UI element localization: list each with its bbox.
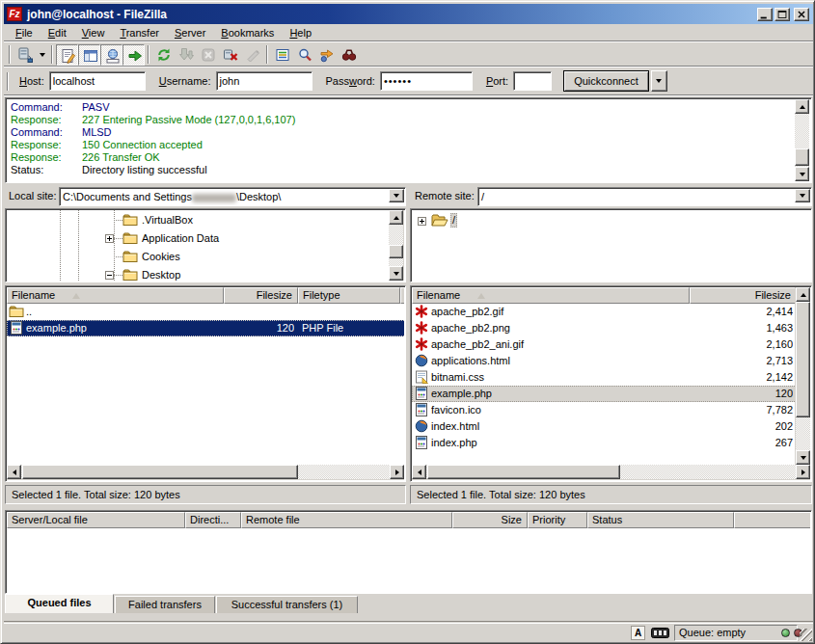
menu-transfer[interactable]: Transfer <box>112 25 167 40</box>
local-list-hscrollbar[interactable] <box>7 465 404 480</box>
local-site-combo[interactable]: C:\Documents and Settings\Desktop\ <box>59 187 406 206</box>
scrollbar-thumb[interactable] <box>427 465 620 479</box>
queue-column-priority[interactable]: Priority <box>528 512 587 528</box>
toggle-message-log-button[interactable] <box>56 44 78 66</box>
scroll-left-button[interactable] <box>7 465 21 479</box>
tree-item-virtualbox[interactable]: .VirtualBox <box>140 213 195 228</box>
left-arrow-icon <box>10 470 16 475</box>
file-row[interactable]: index.html 202 <box>412 418 797 435</box>
queue-column-direction[interactable]: Directi... <box>185 512 241 528</box>
column-header-filetype[interactable]: Filetype <box>298 287 400 304</box>
scroll-down-button[interactable] <box>796 450 810 465</box>
scrollbar-thumb[interactable] <box>389 245 403 258</box>
minimize-button[interactable] <box>757 8 773 21</box>
menu-help[interactable]: Help <box>282 25 319 40</box>
file-row[interactable]: favicon.ico 7,782 <box>412 402 797 418</box>
toggle-local-tree-button[interactable] <box>78 44 100 66</box>
close-button[interactable] <box>794 8 809 21</box>
column-header-filename[interactable]: Filename <box>412 287 690 304</box>
file-row-parent-dir[interactable]: .. <box>7 304 404 320</box>
tab-successful-transfers[interactable]: Successful transfers (1) <box>216 596 358 613</box>
expander-plus-icon[interactable] <box>105 234 114 243</box>
compare-directories-button[interactable] <box>293 44 315 66</box>
disconnect-button[interactable] <box>219 44 241 66</box>
toggle-queue-button[interactable] <box>122 44 145 66</box>
title-bar[interactable]: Fz john@localhost - FileZilla <box>4 4 813 24</box>
menu-file[interactable]: File <box>8 25 41 40</box>
queue-column-size[interactable]: Size <box>452 512 528 528</box>
column-header-filesize[interactable]: Filesize <box>224 287 298 304</box>
file-row[interactable]: apache_pb2_ani.gif 2,160 <box>412 336 797 353</box>
file-row[interactable]: applications.html 2,713 <box>412 353 797 369</box>
column-header-filename[interactable]: Filename <box>7 287 224 304</box>
scrollbar-thumb[interactable] <box>22 465 298 479</box>
log-line: Response:150 Connection accepted <box>11 139 806 151</box>
scroll-up-button[interactable] <box>389 210 403 225</box>
menu-server[interactable]: Server <box>167 25 213 40</box>
quickconnect-dropdown[interactable] <box>651 70 667 92</box>
tree-item-cookies[interactable]: Cookies <box>140 250 182 264</box>
queue-column-remote-file[interactable]: Remote file <box>241 512 452 528</box>
find-files-button[interactable] <box>338 44 360 66</box>
scrollbar-thumb[interactable] <box>795 148 809 166</box>
port-input[interactable] <box>513 71 552 91</box>
queue-column-server-local[interactable]: Server/Local file <box>7 512 185 528</box>
scroll-right-button[interactable] <box>390 465 404 479</box>
synchronized-browsing-button[interactable] <box>315 44 338 66</box>
remote-path-field[interactable]: / <box>477 187 812 206</box>
tree-item-application-data[interactable]: Application Data <box>140 231 221 246</box>
queue-column-status[interactable]: Status <box>587 512 734 528</box>
remote-site-dropdown[interactable] <box>795 189 810 202</box>
host-input[interactable]: localhost <box>49 71 146 91</box>
separator <box>4 94 813 96</box>
remote-site-combo[interactable]: / <box>477 187 812 206</box>
scroll-up-button[interactable] <box>796 287 810 302</box>
column-header-filesize[interactable]: Filesize <box>690 287 797 304</box>
menu-bookmarks[interactable]: Bookmarks <box>213 25 282 40</box>
quickconnect-button[interactable]: Quickconnect <box>563 70 649 92</box>
local-path-field[interactable]: C:\Documents and Settings\Desktop\ <box>59 187 406 206</box>
tree-item-root[interactable]: / <box>450 213 457 228</box>
queue-list-area[interactable] <box>7 528 810 592</box>
password-input[interactable]: •••••• <box>380 71 473 91</box>
scroll-left-button[interactable] <box>412 465 426 479</box>
php-file-icon <box>9 321 24 335</box>
tab-failed-transfers[interactable]: Failed transfers <box>115 596 215 613</box>
message-log-content[interactable]: Command:PASV Response:227 Entering Passi… <box>7 99 810 181</box>
resize-grip[interactable] <box>800 629 812 641</box>
scrollbar-thumb[interactable] <box>796 302 810 417</box>
scroll-down-button[interactable] <box>795 167 809 181</box>
file-row-example-php[interactable]: example.php 120 <box>412 386 797 402</box>
file-row[interactable]: apache_pb2.png 1,463 <box>412 320 797 336</box>
scroll-right-button[interactable] <box>796 465 810 479</box>
file-row-example-php[interactable]: example.php 120 PHP File 1 <box>7 320 404 336</box>
local-site-dropdown[interactable] <box>389 189 404 202</box>
expander-plus-icon[interactable] <box>418 217 426 226</box>
local-tree-scrollbar[interactable] <box>389 210 404 281</box>
file-row[interactable]: index.php 267 <box>412 435 797 451</box>
menu-edit[interactable]: Edit <box>41 25 74 40</box>
file-row[interactable]: apache_pb2.gif 2,414 <box>412 304 797 320</box>
folder-icon <box>122 213 138 227</box>
scroll-down-button[interactable] <box>389 266 403 281</box>
username-input[interactable]: john <box>216 71 312 91</box>
maximize-button[interactable] <box>774 8 790 21</box>
log-scrollbar[interactable] <box>795 99 810 181</box>
scroll-up-button[interactable] <box>795 99 809 114</box>
menu-bar: File Edit View Transfer Server Bookmarks… <box>4 24 813 41</box>
menu-view[interactable]: View <box>74 25 113 40</box>
file-row[interactable]: bitnami.css 2,142 <box>412 369 797 386</box>
expander-minus-icon[interactable] <box>105 271 114 280</box>
tab-queued-files[interactable]: Queued files <box>5 594 114 613</box>
toggle-remote-tree-button[interactable] <box>100 44 122 66</box>
tree-item-desktop[interactable]: Desktop <box>140 268 182 281</box>
local-directory-tree[interactable]: .VirtualBox Application Data Cookies Des… <box>5 208 406 282</box>
refresh-button[interactable] <box>152 44 175 66</box>
remote-list-hscrollbar[interactable] <box>412 465 810 480</box>
directory-filters-button[interactable] <box>271 44 293 66</box>
site-manager-dropdown[interactable] <box>36 44 48 66</box>
site-manager-button[interactable] <box>14 44 36 66</box>
remote-directory-tree[interactable]: / <box>410 208 812 282</box>
column-header-modified[interactable]: L <box>400 287 404 304</box>
remote-list-vscrollbar[interactable] <box>795 287 810 465</box>
